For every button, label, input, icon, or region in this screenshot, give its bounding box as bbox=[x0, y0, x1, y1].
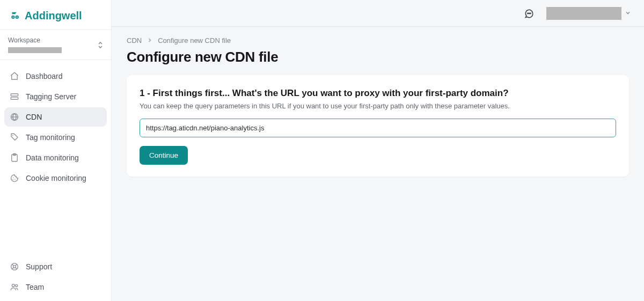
clipboard-icon bbox=[10, 153, 19, 163]
svg-point-2 bbox=[12, 16, 13, 17]
sidebar-item-label: Tag monitoring bbox=[26, 133, 75, 142]
svg-point-18 bbox=[529, 13, 529, 13]
page-title: Configure new CDN file bbox=[127, 49, 629, 65]
svg-point-15 bbox=[12, 284, 14, 287]
globe-icon bbox=[10, 112, 19, 122]
brand-mark-icon bbox=[10, 10, 21, 22]
breadcrumb-parent[interactable]: CDN bbox=[127, 36, 142, 45]
secondary-nav: Support Team bbox=[0, 253, 111, 301]
svg-point-7 bbox=[12, 135, 13, 136]
sidebar-item-label: Support bbox=[26, 262, 52, 271]
sidebar-item-support[interactable]: Support bbox=[4, 257, 107, 276]
sidebar-item-tagging-server[interactable]: Tagging Server bbox=[4, 87, 107, 106]
sidebar-item-cookie-monitoring[interactable]: Cookie monitoring bbox=[4, 168, 107, 188]
brand-logo[interactable]: Addingwell bbox=[0, 0, 111, 30]
workspace-name-placeholder bbox=[8, 47, 62, 53]
breadcrumb: CDN Configure new CDN file bbox=[127, 36, 629, 45]
server-icon bbox=[10, 92, 19, 101]
step-heading: 1 - First things first... What's the URL… bbox=[140, 88, 616, 99]
svg-point-17 bbox=[528, 13, 528, 13]
support-icon bbox=[10, 262, 19, 271]
svg-rect-4 bbox=[11, 94, 18, 96]
sidebar: Addingwell Workspace Dashboard Tagging S… bbox=[0, 0, 112, 301]
sidebar-item-cdn[interactable]: CDN bbox=[4, 107, 107, 127]
account-name-placeholder bbox=[546, 7, 621, 20]
workspace-label: Workspace bbox=[8, 36, 62, 44]
config-card: 1 - First things first... What's the URL… bbox=[127, 75, 629, 177]
home-icon bbox=[10, 71, 19, 81]
sidebar-item-label: Cookie monitoring bbox=[26, 174, 86, 182]
sort-icon bbox=[98, 41, 103, 49]
chevron-right-icon bbox=[147, 36, 152, 45]
step-help: You can keep the query parameters in thi… bbox=[140, 102, 616, 110]
svg-point-14 bbox=[13, 266, 16, 268]
sidebar-item-label: Data monitoring bbox=[26, 153, 79, 162]
svg-point-12 bbox=[12, 179, 13, 180]
sidebar-item-label: CDN bbox=[26, 113, 42, 121]
svg-rect-5 bbox=[11, 97, 18, 99]
cookie-icon bbox=[10, 173, 19, 183]
proxy-url-input[interactable] bbox=[140, 119, 616, 137]
svg-point-10 bbox=[13, 177, 13, 178]
svg-point-3 bbox=[17, 16, 18, 17]
sidebar-item-label: Team bbox=[26, 283, 44, 291]
svg-point-11 bbox=[14, 179, 15, 180]
breadcrumb-current: Configure new CDN file bbox=[158, 36, 231, 45]
sidebar-item-dashboard[interactable]: Dashboard bbox=[4, 67, 107, 86]
chat-icon[interactable] bbox=[524, 8, 535, 19]
workspace-selector[interactable]: Workspace bbox=[0, 30, 111, 60]
svg-point-19 bbox=[530, 13, 531, 13]
chevron-down-icon bbox=[625, 9, 631, 18]
continue-button[interactable]: Continue bbox=[140, 146, 188, 165]
tag-icon bbox=[10, 133, 19, 142]
content-area: CDN Configure new CDN file Configure new… bbox=[112, 27, 644, 186]
sidebar-item-label: Tagging Server bbox=[26, 92, 76, 101]
sidebar-item-tag-monitoring[interactable]: Tag monitoring bbox=[4, 128, 107, 147]
sidebar-item-label: Dashboard bbox=[26, 72, 63, 80]
sidebar-item-team[interactable]: Team bbox=[4, 277, 107, 297]
svg-point-16 bbox=[16, 284, 18, 287]
main-area: CDN Configure new CDN file Configure new… bbox=[112, 0, 644, 301]
topbar bbox=[112, 0, 644, 27]
sidebar-item-data-monitoring[interactable]: Data monitoring bbox=[4, 148, 107, 167]
team-icon bbox=[10, 282, 19, 292]
primary-nav: Dashboard Tagging Server CDN Tag monitor… bbox=[0, 60, 111, 253]
account-menu[interactable] bbox=[546, 7, 631, 20]
brand-name: Addingwell bbox=[25, 10, 82, 22]
